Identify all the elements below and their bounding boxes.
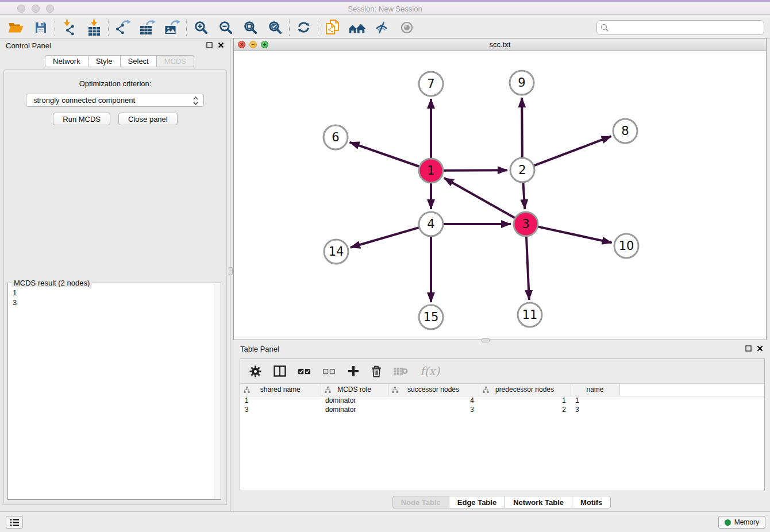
add-column-icon[interactable] — [348, 365, 359, 377]
graph-edge-3-10[interactable] — [538, 227, 611, 243]
vertical-divider-grip[interactable] — [229, 267, 233, 275]
open-session-button[interactable] — [3, 18, 28, 37]
tab-edge-table[interactable]: Edge Table — [449, 496, 505, 508]
export-network-button[interactable] — [110, 18, 135, 37]
gear-icon[interactable] — [249, 365, 261, 377]
memory-button[interactable]: Memory — [718, 516, 765, 529]
svg-text:3: 3 — [522, 217, 529, 231]
cell-shared-name[interactable]: 1 — [240, 396, 321, 405]
import-network-button[interactable] — [57, 18, 82, 37]
close-panel-icon[interactable] — [218, 42, 224, 48]
graph-edge-2-3[interactable] — [523, 183, 525, 209]
column-header-mcds-role[interactable]: MCDS role — [321, 384, 388, 396]
export-table-icon — [140, 20, 156, 35]
save-session-button[interactable] — [28, 18, 53, 37]
tab-node-table[interactable]: Node Table — [392, 496, 449, 508]
tab-network[interactable]: Network — [45, 55, 88, 67]
cell-name[interactable]: 1 — [571, 396, 619, 405]
graph-node-15[interactable]: 15 — [419, 305, 443, 329]
network-graph[interactable]: 7968124314101511 — [234, 51, 766, 340]
graph-edge-3-1[interactable] — [444, 178, 515, 218]
eye-icon — [400, 21, 414, 34]
close-panel-button[interactable]: Close panel — [118, 113, 178, 125]
network-window-title: scc.txt — [234, 40, 766, 49]
tab-mcds[interactable]: MCDS — [157, 55, 194, 67]
graph-edge-4-14[interactable] — [351, 228, 419, 248]
svg-text:10: 10 — [619, 239, 634, 253]
deselect-all-icon[interactable] — [323, 368, 336, 375]
import-table-button[interactable] — [82, 18, 106, 37]
zoom-out-button[interactable] — [213, 18, 238, 37]
graph-node-8[interactable]: 8 — [613, 119, 637, 143]
tab-motifs[interactable]: Motifs — [572, 496, 611, 508]
export-table-button[interactable] — [135, 18, 160, 37]
optimization-criterion-dropdown[interactable]: strongly connected component — [26, 94, 204, 107]
graph-node-2[interactable]: 2 — [510, 158, 534, 182]
graph-node-1[interactable]: 1 — [419, 159, 443, 183]
graph-node-4[interactable]: 4 — [419, 212, 443, 236]
function-builder-icon: f(x) — [420, 364, 440, 378]
tab-select[interactable]: Select — [121, 55, 157, 67]
graph-node-9[interactable]: 9 — [510, 71, 534, 95]
column-header-successor-nodes[interactable]: successor nodes — [388, 384, 479, 396]
zoom-selected-icon — [268, 21, 282, 34]
cell-shared-name[interactable]: 3 — [240, 405, 321, 414]
table-toolbar: f(x) — [240, 359, 764, 384]
result-scrollbar[interactable] — [214, 284, 221, 499]
graph-edge-1-2[interactable] — [444, 170, 507, 171]
home-button[interactable] — [345, 18, 369, 37]
graph-edge-1-6[interactable] — [350, 142, 419, 167]
export-image-button[interactable] — [160, 18, 184, 37]
delete-column-trash-icon[interactable] — [371, 365, 382, 377]
graph-node-6[interactable]: 6 — [324, 125, 348, 149]
graph-edge-2-8[interactable] — [534, 136, 611, 165]
apply-layout-button[interactable] — [291, 18, 316, 37]
graph-node-3[interactable]: 3 — [514, 212, 538, 236]
delete-table-icon-disabled — [394, 367, 408, 376]
network-window-titlebar: × − + scc.txt — [234, 38, 766, 51]
cell-mcds-role[interactable]: dominator — [321, 405, 388, 414]
table-row: 1 dominator 4 1 1 — [240, 396, 764, 405]
cell-predecessor-nodes[interactable]: 2 — [479, 405, 571, 414]
task-history-button[interactable] — [6, 516, 23, 529]
cell-successor-nodes[interactable]: 4 — [388, 396, 479, 405]
column-header-shared-name[interactable]: shared name — [240, 384, 321, 396]
search-input[interactable] — [611, 23, 760, 32]
export-network-icon — [115, 20, 131, 35]
hide-panels-button[interactable] — [369, 18, 394, 37]
horizontal-divider-grip[interactable] — [482, 338, 490, 342]
tab-network-table[interactable]: Network Table — [505, 496, 572, 508]
cell-successor-nodes[interactable]: 3 — [388, 405, 479, 414]
show-view-button[interactable] — [394, 18, 419, 37]
toolbar-separator — [289, 20, 290, 36]
cell-predecessor-nodes[interactable]: 1 — [479, 396, 571, 405]
zoom-in-button[interactable] — [188, 18, 213, 37]
column-header-name[interactable]: name — [571, 384, 619, 396]
float-panel-icon[interactable] — [745, 345, 752, 352]
graph-node-10[interactable]: 10 — [614, 234, 638, 258]
column-header-predecessor-nodes[interactable]: predecessor nodes — [479, 384, 571, 396]
graph-node-7[interactable]: 7 — [419, 72, 443, 96]
run-mcds-button[interactable]: Run MCDS — [53, 113, 110, 125]
optimization-criterion-label: Optimization criterion: — [4, 79, 226, 88]
graph-edge-2-9[interactable] — [522, 98, 522, 157]
search-box[interactable] — [596, 20, 764, 35]
tab-style[interactable]: Style — [88, 55, 121, 67]
cell-mcds-role[interactable]: dominator — [321, 396, 388, 405]
result-line: 3 — [13, 298, 216, 307]
graph-edge-3-11[interactable] — [526, 237, 529, 300]
app-titlebar: Session: New Session — [0, 0, 770, 15]
close-panel-icon[interactable] — [757, 345, 763, 352]
split-view-icon[interactable] — [274, 365, 286, 377]
import-network-icon — [62, 20, 77, 36]
zoom-selected-button[interactable] — [263, 18, 287, 37]
refresh-icon — [297, 20, 311, 34]
cell-name[interactable]: 3 — [571, 405, 619, 414]
application-window: Session: New Session — [0, 0, 770, 532]
new-network-from-selection-button[interactable] — [320, 18, 345, 37]
graph-node-11[interactable]: 11 — [518, 303, 542, 327]
float-panel-icon[interactable] — [206, 42, 213, 48]
select-all-icon[interactable] — [298, 368, 311, 375]
zoom-fit-button[interactable] — [238, 18, 263, 37]
graph-node-14[interactable]: 14 — [324, 240, 348, 264]
